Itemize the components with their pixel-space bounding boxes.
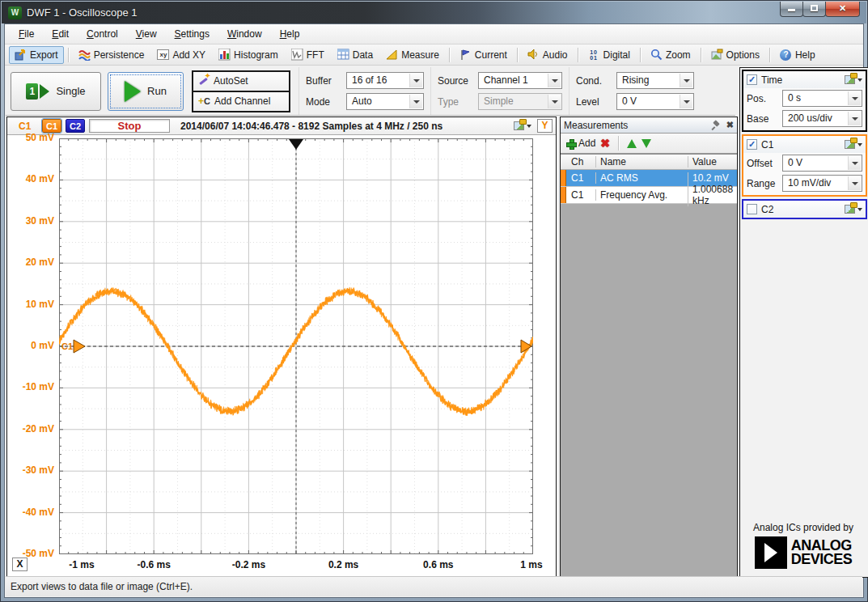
channel-2-checkbox[interactable]	[747, 204, 757, 214]
condition-select[interactable]: Rising	[616, 72, 694, 89]
measurements-titlebar[interactable]: Measurements ✖	[561, 117, 737, 134]
time-group-label: Time	[761, 74, 782, 86]
y-tick-label: 20 mV	[9, 256, 54, 268]
panel-close-icon[interactable]: ✖	[726, 120, 734, 130]
analog-devices-logo-icon	[755, 536, 787, 569]
help-button[interactable]: ? Help	[774, 46, 821, 64]
base-select[interactable]: 200 us/div	[782, 110, 862, 127]
title-bar[interactable]: W DWF 1 - Oscilloscope 1 ✕	[2, 2, 866, 23]
measurement-row-frequency[interactable]: C1 Frequency Avg. 1.000688 kHz	[561, 187, 737, 204]
menu-view[interactable]: View	[127, 24, 166, 44]
autoset-button[interactable]: AutoSet	[193, 72, 289, 91]
minimize-button[interactable]	[780, 2, 803, 17]
source-select[interactable]: Channel 1	[478, 72, 562, 89]
range-label: Range	[747, 178, 779, 189]
add-channel-button[interactable]: +C Add Channel	[193, 91, 289, 111]
buffer-label: Buffer	[306, 75, 341, 87]
move-down-button[interactable]	[641, 139, 651, 148]
x-axis-row: X -1 ms-0.6 ms-0.2 ms0.2 ms0.6 ms1 ms	[7, 556, 556, 577]
channel-1-group-label: C1	[761, 139, 773, 150]
mode-select[interactable]: Auto	[346, 93, 424, 110]
measurements-panel: Measurements ✖ Add ✖ Ch Name	[560, 117, 738, 578]
pin-icon[interactable]	[712, 121, 722, 130]
run-button[interactable]: Run	[108, 72, 184, 111]
y-tick-label: -10 mV	[9, 381, 54, 392]
current-icon	[459, 49, 472, 61]
channel-1-checkbox[interactable]: ✓	[747, 139, 757, 150]
scope-header: C1 C1 C2 Stop 2014/06/07 14:04:46.478 - …	[7, 117, 556, 135]
channel-1-options-icon[interactable]	[845, 140, 862, 149]
offset-label: Offset	[747, 158, 779, 169]
maximize-icon	[811, 5, 818, 11]
buffer-select[interactable]: 16 of 16	[346, 72, 424, 89]
autoset-icon	[198, 75, 210, 87]
offset-select[interactable]: 0 V	[782, 155, 862, 172]
position-select[interactable]: 0 s	[782, 90, 862, 107]
channel-2-group-label: C2	[761, 204, 773, 215]
x-axis-button[interactable]: X	[12, 557, 28, 571]
maximize-button[interactable]	[802, 2, 826, 17]
waveform-plot[interactable]: C1	[59, 138, 533, 554]
level-label: Level	[576, 96, 612, 108]
channel-1-tab[interactable]: C1	[42, 119, 61, 133]
x-tick-label: 1 ms	[520, 559, 542, 570]
plot-options-icon[interactable]	[514, 121, 531, 130]
histogram-icon	[218, 49, 231, 61]
acquisition-controls: 1 Single Run AutoSet +C Add Channel B	[6, 67, 735, 116]
status-text: Export views to data file or image (Ctrl…	[11, 581, 193, 592]
time-options-icon[interactable]	[845, 75, 862, 84]
delete-measurement-button[interactable]: ✖	[600, 138, 610, 149]
menu-file[interactable]: File	[10, 24, 43, 44]
fft-button[interactable]: FFT	[286, 46, 330, 64]
chevron-down-icon	[548, 95, 561, 108]
menu-edit[interactable]: Edit	[43, 24, 78, 44]
menu-window[interactable]: Window	[218, 24, 271, 44]
measure-icon	[386, 49, 398, 61]
toolbar-separator	[68, 48, 69, 62]
add-measurement-button[interactable]: Add	[565, 138, 595, 149]
menu-settings[interactable]: Settings	[166, 24, 218, 44]
app-icon: W	[8, 6, 22, 19]
move-up-button[interactable]	[627, 139, 637, 148]
chevron-down-icon	[848, 91, 861, 105]
menu-control[interactable]: Control	[78, 24, 127, 44]
single-button[interactable]: 1 Single	[11, 72, 101, 111]
data-button[interactable]: Data	[332, 46, 379, 64]
svg-text:C1: C1	[61, 341, 73, 351]
persistence-button[interactable]: Persistence	[73, 46, 150, 64]
plus-icon	[565, 138, 576, 149]
y-tick-label: 40 mV	[9, 173, 54, 184]
toolbar-separator	[517, 48, 518, 62]
x-tick-label: -1 ms	[69, 559, 94, 570]
app-window: W DWF 1 - Oscilloscope 1 ✕ File Edit Con…	[0, 0, 868, 602]
position-label: Pos.	[747, 93, 779, 104]
time-checkbox[interactable]: ✓	[747, 74, 757, 85]
chevron-down-icon	[680, 74, 692, 87]
export-button[interactable]: Export	[9, 46, 64, 64]
chevron-down-icon	[848, 176, 861, 190]
level-select[interactable]: 0 V	[616, 93, 694, 110]
audio-button[interactable]: Audio	[522, 46, 574, 64]
zoom-icon	[650, 49, 663, 61]
add-xy-button[interactable]: xy Add XY	[151, 46, 211, 64]
analog-devices-logo: ANALOGDEVICES	[744, 536, 862, 569]
x-tick-label: 0.6 ms	[423, 559, 453, 570]
scope-view: C1 C1 C2 Stop 2014/06/07 14:04:46.478 - …	[6, 117, 557, 578]
channel-2-options-icon[interactable]	[845, 205, 862, 214]
range-select[interactable]: 10 mV/div	[782, 175, 862, 192]
y-axis-button[interactable]: Y	[537, 119, 553, 133]
histogram-button[interactable]: Histogram	[213, 46, 284, 64]
stop-button[interactable]: Stop	[89, 119, 170, 133]
channel-2-tab[interactable]: C2	[66, 119, 85, 133]
measurements-title: Measurements	[564, 120, 628, 131]
close-button[interactable]: ✕	[825, 2, 860, 17]
menu-help[interactable]: Help	[271, 24, 309, 44]
digital-button[interactable]: 1001 Digital	[582, 46, 636, 64]
window-title: DWF 1 - Oscilloscope 1	[27, 6, 138, 19]
options-button[interactable]: Options	[705, 46, 765, 64]
add-channel-icon: +C	[198, 95, 210, 107]
condition-label: Cond.	[576, 75, 612, 87]
measure-button[interactable]: Measure	[380, 46, 445, 64]
current-button[interactable]: Current	[454, 46, 513, 64]
zoom-button[interactable]: Zoom	[645, 46, 697, 64]
